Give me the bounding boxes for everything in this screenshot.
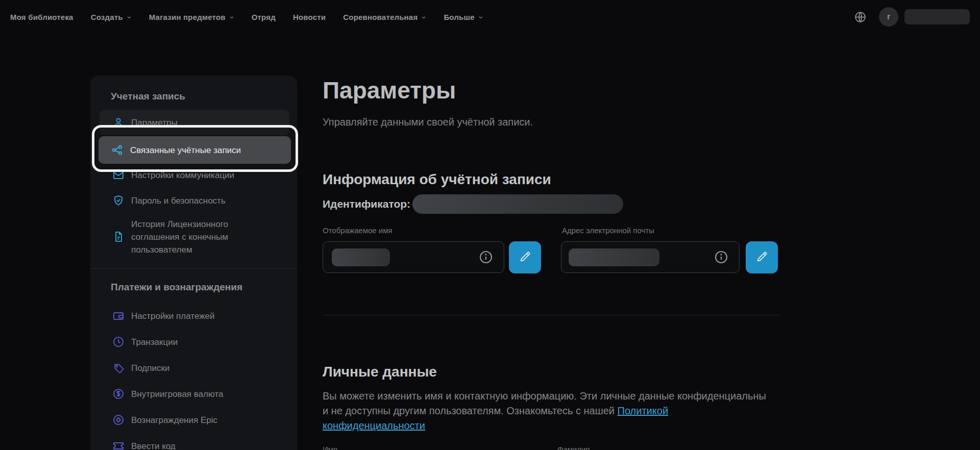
personal-data-heading: Личные данные [323,364,437,380]
email-field[interactable] [561,241,740,273]
nav-my-library[interactable]: Моя библиотека [10,13,74,21]
pencil-icon [519,250,532,265]
info-icon[interactable] [479,251,493,264]
page-subtitle: Управляйте данными своей учётной записи. [323,116,533,128]
sidebar-item-eula-history[interactable]: История Лицензионного соглашения с конеч… [100,217,289,256]
clock-icon [112,336,125,348]
sidebar-item-label: Связанные учётные записи [130,144,241,157]
display-name-redacted [332,248,390,266]
sidebar-item-label: Подписки [131,362,169,374]
sidebar-item-communication[interactable]: Настройки коммуникации [100,163,289,187]
nav-item-shop[interactable]: Магазин предметов [149,13,234,21]
sidebar-item-ingame-currency[interactable]: Внутриигровая валюта [100,382,289,406]
account-sidebar: Учетная запись Параметры Связанные учётн… [90,76,297,450]
edit-email-button[interactable] [746,241,778,273]
sidebar-item-label: Настройки платежей [131,310,214,322]
sidebar-item-label: Транзакции [131,336,178,348]
sidebar-heading-account: Учетная запись [111,91,185,102]
sidebar-item-payment-settings[interactable]: Настройки платежей [100,304,289,328]
sidebar-item-password-security[interactable]: Пароль и безопасность [100,189,289,212]
tag-icon [112,362,125,374]
nav-news[interactable]: Новости [293,13,326,21]
currency-icon [112,388,125,400]
nav-competitive[interactable]: Соревновательная [343,13,426,21]
page-title: Параметры [323,77,456,104]
account-id-label: Идентификатор: [323,198,410,210]
username-redacted[interactable] [904,9,970,24]
nav-more[interactable]: Больше [444,13,483,21]
sidebar-item-epic-rewards[interactable]: Вознаграждения Epic [100,408,289,432]
sidebar-item-linked-accounts[interactable]: Связанные учётные записи [99,136,291,164]
epic-rewards-icon [112,414,125,426]
first-name-label: Имя [323,445,337,450]
sidebar-item-label: Внутриигровая валюта [131,388,223,401]
edit-display-name-button[interactable] [509,241,541,273]
nav-squad[interactable]: Отряд [252,13,276,21]
avatar[interactable]: r [879,7,898,27]
account-id-redacted [412,194,623,214]
sidebar-item-label: Вознаграждения Epic [131,414,217,427]
sidebar-item-redeem-code[interactable]: Ввести код [100,434,289,450]
section-divider [323,315,778,315]
account-info-heading: Информация об учётной записи [323,171,551,188]
sidebar-item-label: Параметры [131,116,178,129]
email-label: Адрес электронной почты [562,226,654,235]
sidebar-item-label: Настройки коммуникации [131,169,234,182]
person-icon [112,116,125,129]
top-nav: Моя библиотека Создать Магазин предметов… [0,0,980,34]
top-nav-links: Моя библиотека Создать Магазин предметов… [10,0,483,34]
personal-data-text: Вы можете изменить имя и контактную инфо… [323,389,767,433]
chevron-down-icon [478,13,483,21]
sidebar-divider [90,268,297,269]
display-name-label: Отображаемое имя [323,226,393,235]
email-redacted [569,248,659,266]
document-icon [112,231,125,243]
sidebar-item-label: Ввести код [131,440,176,450]
wallet-icon [112,310,125,322]
sidebar-item-subscriptions[interactable]: Подписки [100,356,289,380]
linked-accounts-icon [111,144,124,156]
account-id-row: Идентификатор: [323,194,410,214]
globe-icon[interactable] [854,11,867,23]
chevron-down-icon [127,13,132,21]
info-icon[interactable] [715,251,728,264]
top-nav-actions: r [854,0,970,34]
nav-create[interactable]: Создать [91,13,132,21]
pencil-icon [755,250,769,265]
sidebar-item-settings[interactable]: Параметры [100,110,289,135]
sidebar-item-label: История Лицензионного соглашения с конеч… [131,218,269,256]
ticket-icon [112,440,125,450]
chevron-down-icon [229,13,234,21]
last-name-label: Фамилия [557,445,590,450]
chevron-down-icon [421,13,426,21]
sidebar-item-label: Пароль и безопасность [131,194,226,207]
epic-account-settings-page: Моя библиотека Создать Магазин предметов… [0,0,980,450]
sidebar-item-transactions[interactable]: Транзакции [100,330,289,354]
envelope-icon [112,169,125,181]
shield-check-icon [112,194,125,207]
sidebar-heading-payments: Платежи и вознаграждения [111,282,242,293]
display-name-field[interactable] [323,241,504,273]
